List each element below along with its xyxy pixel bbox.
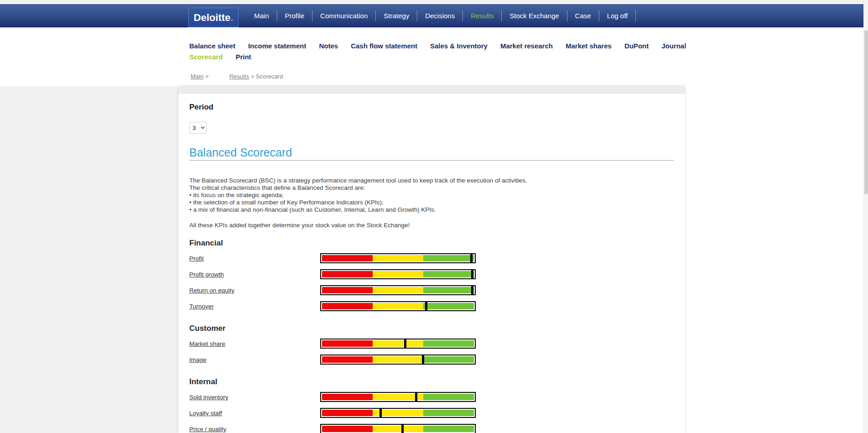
top-nav-item-log-off[interactable]: Log off — [599, 10, 636, 21]
scorecard-sections: FinancialProfitProfit growthReturn on eq… — [189, 239, 674, 433]
kpi-label-cell: Sold inventory — [189, 393, 320, 401]
top-nav: Deloitte. MainProfileCommunicationStrate… — [0, 4, 868, 27]
kpi-link-profit[interactable]: Profit — [189, 255, 204, 262]
kpi-marker — [471, 285, 473, 295]
kpi-marker — [379, 408, 382, 418]
bar-segment-yellow — [373, 287, 423, 293]
kpi-label-cell: Loyalty staff — [189, 409, 320, 417]
kpi-bar-turnover — [320, 301, 476, 311]
deloitte-logo[interactable]: Deloitte. — [188, 8, 239, 27]
results-sub-nav: Balance sheetIncome statementNotesCash f… — [189, 42, 686, 64]
period-label: Period — [189, 103, 674, 112]
description-line: The Balanced Scorecard (BSC) is a strate… — [189, 177, 674, 184]
kpi-row-image: Image — [189, 355, 674, 365]
kpi-label-cell: Turnover — [189, 302, 320, 310]
top-nav-item-strategy[interactable]: Strategy — [376, 10, 417, 21]
kpi-row-sold-inventory: Sold inventory — [189, 392, 674, 402]
kpi-link-profit-growth[interactable]: Profit growth — [189, 271, 224, 278]
sub-nav-item-cash-flow-statement[interactable]: Cash flow statement — [351, 42, 417, 50]
kpi-row-profit: Profit — [189, 253, 674, 263]
description-line: • the selection of a small number of Key… — [189, 199, 674, 206]
bar-segment-green — [423, 287, 474, 293]
bar-segment-red — [322, 410, 373, 416]
scorecard-panel: Period 3 Balanced Scorecard The Balanced… — [178, 86, 685, 433]
top-nav-item-case[interactable]: Case — [567, 10, 599, 21]
top-nav-item-decisions[interactable]: Decisions — [417, 10, 463, 21]
panel-top-strip — [178, 86, 685, 94]
bar-segment-green — [423, 410, 474, 416]
sub-nav-item-market-research[interactable]: Market research — [500, 42, 553, 50]
top-nav-item-stock-exchange[interactable]: Stock Exchange — [502, 10, 567, 21]
kpi-bar-market-share — [320, 339, 476, 349]
kpi-label-cell: Market share — [189, 339, 320, 348]
kpi-link-price-quality[interactable]: Price / quality — [189, 426, 226, 433]
bar-segment-red — [322, 255, 373, 261]
sub-nav-row-2: ScorecardPrint — [189, 53, 686, 61]
description-line: • its focus on the strategic agenda; — [189, 192, 674, 199]
kpi-marker — [425, 301, 427, 311]
sub-nav-item-market-shares[interactable]: Market shares — [566, 42, 612, 50]
top-nav-item-results[interactable]: Results — [463, 10, 502, 21]
kpi-link-loyalty-staff[interactable]: Loyalty staff — [189, 410, 222, 417]
section-title-internal: Internal — [189, 377, 674, 386]
kpi-link-return-on-equity[interactable]: Return on equity — [189, 287, 234, 294]
page-title: Balanced Scorecard — [189, 146, 674, 159]
bar-segment-yellow — [373, 303, 423, 309]
kpi-bar-profit-growth — [320, 269, 476, 279]
kpi-marker — [404, 339, 406, 349]
kpi-label-cell: Return on equity — [189, 286, 320, 294]
section-title-financial: Financial — [189, 239, 674, 248]
kpi-row-price-quality: Price / quality — [189, 424, 674, 433]
kpi-marker — [401, 424, 404, 433]
bar-segment-green — [423, 340, 474, 347]
sub-nav-item-print[interactable]: Print — [235, 53, 251, 61]
kpi-marker — [470, 253, 473, 263]
kpi-label-cell: Price / quality — [189, 425, 320, 433]
bar-segment-red — [322, 303, 373, 309]
scorecard-note: All these KPIs added together determine … — [189, 222, 674, 229]
kpi-bar-sold-inventory — [320, 392, 476, 402]
bar-segment-red — [322, 340, 373, 347]
sub-nav-item-sales-inventory[interactable]: Sales & Inventory — [430, 42, 488, 50]
bar-segment-red — [322, 287, 373, 293]
title-rule — [189, 160, 674, 161]
breadcrumb-link-results[interactable]: Results — [229, 73, 249, 80]
kpi-link-sold-inventory[interactable]: Sold inventory — [189, 394, 229, 401]
kpi-marker — [471, 269, 473, 279]
sub-nav-item-income-statement[interactable]: Income statement — [248, 42, 307, 50]
top-nav-item-profile[interactable]: Profile — [277, 10, 313, 21]
bar-segment-red — [322, 356, 373, 363]
kpi-bar-return-on-equity — [320, 285, 476, 295]
breadcrumb-separator: > — [251, 73, 255, 80]
sub-nav-item-journal[interactable]: Journal — [661, 42, 686, 50]
scorecard-description: The Balanced Scorecard (BSC) is a strate… — [189, 177, 674, 214]
kpi-row-turnover: Turnover — [189, 301, 674, 311]
sub-nav-item-notes[interactable]: Notes — [319, 42, 338, 50]
page-left-background — [0, 86, 178, 433]
bar-segment-yellow — [373, 271, 423, 277]
kpi-bar-loyalty-staff — [320, 408, 476, 418]
bar-segment-green — [423, 303, 474, 309]
kpi-link-market-share[interactable]: Market share — [189, 340, 225, 347]
vertical-scrollbar[interactable] — [863, 0, 868, 433]
kpi-bar-profit — [320, 253, 476, 263]
breadcrumb-link-main[interactable]: Main — [191, 73, 203, 80]
top-nav-item-communication[interactable]: Communication — [312, 10, 376, 21]
kpi-marker — [415, 392, 417, 402]
bar-segment-green — [423, 255, 474, 261]
sub-nav-item-scorecard[interactable]: Scorecard — [189, 53, 223, 61]
kpi-link-image[interactable]: Image — [189, 356, 207, 363]
description-line: The critical characteristics that define… — [189, 184, 674, 192]
section-title-customer: Customer — [189, 324, 674, 333]
deloitte-logo-dot: . — [230, 12, 233, 24]
kpi-bar-price-quality — [320, 424, 476, 433]
kpi-row-return-on-equity: Return on equity — [189, 285, 674, 295]
sub-nav-item-dupont[interactable]: DuPont — [624, 42, 649, 50]
top-nav-item-main[interactable]: Main — [246, 10, 277, 21]
period-select[interactable]: 3 — [189, 122, 207, 134]
scrollbar-thumb[interactable] — [864, 30, 868, 194]
sub-nav-item-balance-sheet[interactable]: Balance sheet — [189, 42, 235, 50]
kpi-link-turnover[interactable]: Turnover — [189, 303, 214, 310]
kpi-row-market-share: Market share — [189, 339, 674, 349]
bar-segment-yellow — [373, 356, 423, 363]
